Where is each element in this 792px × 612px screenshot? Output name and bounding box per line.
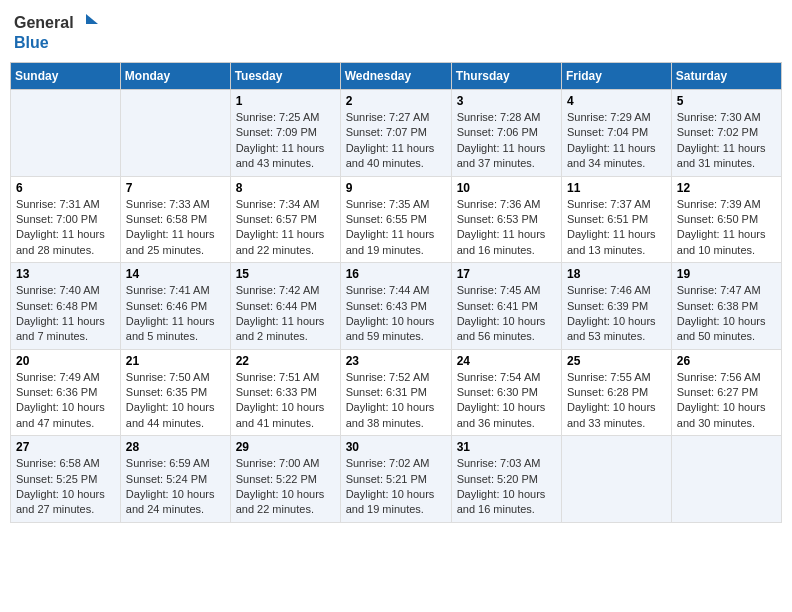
week-row-4: 20Sunrise: 7:49 AM Sunset: 6:36 PM Dayli…	[11, 349, 782, 436]
day-number: 10	[457, 181, 556, 195]
day-number: 22	[236, 354, 335, 368]
day-info: Sunrise: 7:37 AM Sunset: 6:51 PM Dayligh…	[567, 197, 666, 259]
day-info: Sunrise: 7:02 AM Sunset: 5:21 PM Dayligh…	[346, 456, 446, 518]
calendar-cell: 28Sunrise: 6:59 AM Sunset: 5:24 PM Dayli…	[120, 436, 230, 523]
day-info: Sunrise: 7:35 AM Sunset: 6:55 PM Dayligh…	[346, 197, 446, 259]
calendar-cell	[671, 436, 781, 523]
calendar-cell: 8Sunrise: 7:34 AM Sunset: 6:57 PM Daylig…	[230, 176, 340, 263]
day-number: 23	[346, 354, 446, 368]
calendar-cell: 21Sunrise: 7:50 AM Sunset: 6:35 PM Dayli…	[120, 349, 230, 436]
day-info: Sunrise: 7:46 AM Sunset: 6:39 PM Dayligh…	[567, 283, 666, 345]
calendar-cell: 26Sunrise: 7:56 AM Sunset: 6:27 PM Dayli…	[671, 349, 781, 436]
calendar-cell	[120, 90, 230, 177]
calendar-cell: 11Sunrise: 7:37 AM Sunset: 6:51 PM Dayli…	[561, 176, 671, 263]
svg-text:General: General	[14, 14, 74, 31]
day-number: 20	[16, 354, 115, 368]
calendar-cell: 10Sunrise: 7:36 AM Sunset: 6:53 PM Dayli…	[451, 176, 561, 263]
week-row-2: 6Sunrise: 7:31 AM Sunset: 7:00 PM Daylig…	[11, 176, 782, 263]
day-info: Sunrise: 7:51 AM Sunset: 6:33 PM Dayligh…	[236, 370, 335, 432]
day-number: 31	[457, 440, 556, 454]
day-number: 3	[457, 94, 556, 108]
day-info: Sunrise: 7:45 AM Sunset: 6:41 PM Dayligh…	[457, 283, 556, 345]
day-number: 5	[677, 94, 776, 108]
calendar-cell: 7Sunrise: 7:33 AM Sunset: 6:58 PM Daylig…	[120, 176, 230, 263]
day-info: Sunrise: 7:55 AM Sunset: 6:28 PM Dayligh…	[567, 370, 666, 432]
calendar-cell: 15Sunrise: 7:42 AM Sunset: 6:44 PM Dayli…	[230, 263, 340, 350]
calendar-cell: 20Sunrise: 7:49 AM Sunset: 6:36 PM Dayli…	[11, 349, 121, 436]
header-day-saturday: Saturday	[671, 63, 781, 90]
day-number: 8	[236, 181, 335, 195]
header-day-monday: Monday	[120, 63, 230, 90]
svg-text:Blue: Blue	[14, 34, 49, 51]
day-number: 16	[346, 267, 446, 281]
day-number: 27	[16, 440, 115, 454]
day-number: 7	[126, 181, 225, 195]
calendar-cell: 27Sunrise: 6:58 AM Sunset: 5:25 PM Dayli…	[11, 436, 121, 523]
day-info: Sunrise: 7:42 AM Sunset: 6:44 PM Dayligh…	[236, 283, 335, 345]
day-number: 2	[346, 94, 446, 108]
day-number: 14	[126, 267, 225, 281]
day-info: Sunrise: 7:31 AM Sunset: 7:00 PM Dayligh…	[16, 197, 115, 259]
calendar-cell: 23Sunrise: 7:52 AM Sunset: 6:31 PM Dayli…	[340, 349, 451, 436]
day-info: Sunrise: 7:41 AM Sunset: 6:46 PM Dayligh…	[126, 283, 225, 345]
calendar-cell: 22Sunrise: 7:51 AM Sunset: 6:33 PM Dayli…	[230, 349, 340, 436]
calendar-cell: 17Sunrise: 7:45 AM Sunset: 6:41 PM Dayli…	[451, 263, 561, 350]
calendar-cell	[11, 90, 121, 177]
day-info: Sunrise: 7:34 AM Sunset: 6:57 PM Dayligh…	[236, 197, 335, 259]
calendar-cell: 19Sunrise: 7:47 AM Sunset: 6:38 PM Dayli…	[671, 263, 781, 350]
day-info: Sunrise: 7:44 AM Sunset: 6:43 PM Dayligh…	[346, 283, 446, 345]
calendar-cell	[561, 436, 671, 523]
header-day-tuesday: Tuesday	[230, 63, 340, 90]
day-info: Sunrise: 7:30 AM Sunset: 7:02 PM Dayligh…	[677, 110, 776, 172]
header-day-sunday: Sunday	[11, 63, 121, 90]
day-info: Sunrise: 7:25 AM Sunset: 7:09 PM Dayligh…	[236, 110, 335, 172]
day-info: Sunrise: 7:54 AM Sunset: 6:30 PM Dayligh…	[457, 370, 556, 432]
page-header: GeneralBlue	[10, 10, 782, 54]
calendar-cell: 13Sunrise: 7:40 AM Sunset: 6:48 PM Dayli…	[11, 263, 121, 350]
header-row: SundayMondayTuesdayWednesdayThursdayFrid…	[11, 63, 782, 90]
day-info: Sunrise: 7:27 AM Sunset: 7:07 PM Dayligh…	[346, 110, 446, 172]
svg-marker-1	[86, 14, 98, 24]
day-number: 9	[346, 181, 446, 195]
calendar-cell: 30Sunrise: 7:02 AM Sunset: 5:21 PM Dayli…	[340, 436, 451, 523]
week-row-3: 13Sunrise: 7:40 AM Sunset: 6:48 PM Dayli…	[11, 263, 782, 350]
calendar-cell: 25Sunrise: 7:55 AM Sunset: 6:28 PM Dayli…	[561, 349, 671, 436]
day-info: Sunrise: 7:56 AM Sunset: 6:27 PM Dayligh…	[677, 370, 776, 432]
day-info: Sunrise: 7:47 AM Sunset: 6:38 PM Dayligh…	[677, 283, 776, 345]
day-info: Sunrise: 6:58 AM Sunset: 5:25 PM Dayligh…	[16, 456, 115, 518]
calendar-cell: 6Sunrise: 7:31 AM Sunset: 7:00 PM Daylig…	[11, 176, 121, 263]
day-number: 26	[677, 354, 776, 368]
day-info: Sunrise: 7:39 AM Sunset: 6:50 PM Dayligh…	[677, 197, 776, 259]
calendar-cell: 1Sunrise: 7:25 AM Sunset: 7:09 PM Daylig…	[230, 90, 340, 177]
day-number: 25	[567, 354, 666, 368]
day-number: 1	[236, 94, 335, 108]
day-number: 28	[126, 440, 225, 454]
day-info: Sunrise: 7:50 AM Sunset: 6:35 PM Dayligh…	[126, 370, 225, 432]
calendar-cell: 5Sunrise: 7:30 AM Sunset: 7:02 PM Daylig…	[671, 90, 781, 177]
day-number: 12	[677, 181, 776, 195]
day-info: Sunrise: 7:29 AM Sunset: 7:04 PM Dayligh…	[567, 110, 666, 172]
header-day-wednesday: Wednesday	[340, 63, 451, 90]
calendar-cell: 2Sunrise: 7:27 AM Sunset: 7:07 PM Daylig…	[340, 90, 451, 177]
day-number: 30	[346, 440, 446, 454]
calendar-cell: 29Sunrise: 7:00 AM Sunset: 5:22 PM Dayli…	[230, 436, 340, 523]
day-info: Sunrise: 7:52 AM Sunset: 6:31 PM Dayligh…	[346, 370, 446, 432]
calendar-cell: 12Sunrise: 7:39 AM Sunset: 6:50 PM Dayli…	[671, 176, 781, 263]
day-info: Sunrise: 7:00 AM Sunset: 5:22 PM Dayligh…	[236, 456, 335, 518]
day-number: 6	[16, 181, 115, 195]
calendar-table: SundayMondayTuesdayWednesdayThursdayFrid…	[10, 62, 782, 523]
day-info: Sunrise: 7:28 AM Sunset: 7:06 PM Dayligh…	[457, 110, 556, 172]
calendar-cell: 9Sunrise: 7:35 AM Sunset: 6:55 PM Daylig…	[340, 176, 451, 263]
day-number: 29	[236, 440, 335, 454]
day-info: Sunrise: 7:49 AM Sunset: 6:36 PM Dayligh…	[16, 370, 115, 432]
calendar-cell: 24Sunrise: 7:54 AM Sunset: 6:30 PM Dayli…	[451, 349, 561, 436]
calendar-cell: 3Sunrise: 7:28 AM Sunset: 7:06 PM Daylig…	[451, 90, 561, 177]
day-number: 4	[567, 94, 666, 108]
day-number: 11	[567, 181, 666, 195]
header-day-friday: Friday	[561, 63, 671, 90]
day-info: Sunrise: 7:36 AM Sunset: 6:53 PM Dayligh…	[457, 197, 556, 259]
week-row-1: 1Sunrise: 7:25 AM Sunset: 7:09 PM Daylig…	[11, 90, 782, 177]
calendar-cell: 14Sunrise: 7:41 AM Sunset: 6:46 PM Dayli…	[120, 263, 230, 350]
day-number: 18	[567, 267, 666, 281]
header-day-thursday: Thursday	[451, 63, 561, 90]
